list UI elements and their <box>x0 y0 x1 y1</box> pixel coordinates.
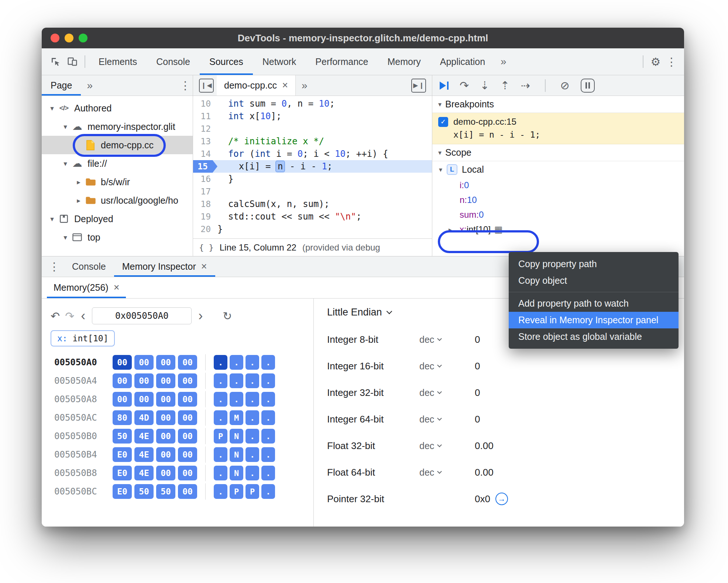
memory-ascii-char[interactable]: P <box>230 484 243 499</box>
sidebar-item-demo-cpp-cc[interactable]: demo-cpp.cc <box>42 136 193 154</box>
memory-ascii-char[interactable]: . <box>245 447 259 462</box>
memory-ascii-char[interactable]: P <box>245 484 259 499</box>
memory-byte[interactable]: 4D <box>134 410 154 425</box>
memory-ascii-char[interactable]: . <box>214 392 227 407</box>
memory-byte[interactable]: 00 <box>178 429 197 444</box>
editor-tab-demo-cpp[interactable]: demo-cpp.cc × <box>217 75 296 96</box>
menu-item-reveal-in-memory-inspector-panel[interactable]: Reveal in Memory Inspector panel <box>509 312 679 328</box>
close-icon[interactable]: × <box>201 262 207 272</box>
memory-byte[interactable]: 4E <box>134 447 154 462</box>
line-number[interactable]: 17 <box>193 185 217 198</box>
memory-byte[interactable]: 00 <box>113 373 132 388</box>
memory-ascii-char[interactable]: . <box>261 466 275 480</box>
memory-ascii-char[interactable]: . <box>261 447 275 462</box>
memory-ascii-char[interactable]: . <box>261 484 275 499</box>
line-number[interactable]: 16 <box>193 173 217 185</box>
step-over-icon[interactable]: ↷ <box>460 79 469 92</box>
editor-more-tabs-icon[interactable]: » <box>296 80 313 92</box>
memory-byte[interactable]: 00 <box>178 484 197 499</box>
line-number[interactable]: 20 <box>193 223 217 235</box>
sidebar-item-usr-local-google-ho[interactable]: ▸usr/local/google/ho <box>42 191 193 210</box>
memory-ascii-char[interactable]: N <box>230 447 243 462</box>
scope-variable-x[interactable]: ▸x: int[10]▦ <box>432 222 684 237</box>
settings-gear-icon[interactable]: ⚙ <box>647 53 664 70</box>
menu-item-add-property-path-to-watch[interactable]: Add property path to watch <box>509 295 679 312</box>
step-icon[interactable]: ⇢ <box>521 79 530 92</box>
zoom-window-button[interactable] <box>79 34 87 42</box>
sidebar-item-b-s-w-ir[interactable]: ▸b/s/w/ir <box>42 173 193 191</box>
expand-arrow-icon[interactable]: ▸ <box>449 226 460 234</box>
memory-ascii-char[interactable]: . <box>230 392 243 407</box>
memory-byte[interactable]: 00 <box>134 355 154 370</box>
memory-ascii-char[interactable]: . <box>214 410 227 425</box>
memory-byte[interactable]: 00 <box>113 392 132 407</box>
customize-devtools-icon[interactable]: ⋮ <box>664 55 679 68</box>
window-titlebar[interactable]: DevTools - memory-inspector.glitch.me/de… <box>42 28 684 48</box>
memory-ascii-char[interactable]: . <box>261 373 275 388</box>
memory-byte[interactable]: 00 <box>113 355 132 370</box>
line-number[interactable]: 10 <box>193 97 217 110</box>
toolbar-tab-console[interactable]: Console <box>147 48 200 75</box>
memory-ascii-char[interactable]: . <box>230 355 243 370</box>
toolbar-tab-performance[interactable]: Performance <box>306 48 378 75</box>
chevron-right-icon[interactable]: ▸ <box>73 196 84 205</box>
memory-byte[interactable]: 00 <box>156 373 175 388</box>
breakpoints-section-header[interactable]: ▾ Breakpoints <box>432 96 684 113</box>
memory-ascii-char[interactable]: . <box>245 410 259 425</box>
memory-byte[interactable]: 00 <box>156 410 175 425</box>
memory-byte[interactable]: 4E <box>134 429 154 444</box>
memory-ascii-char[interactable]: . <box>261 355 275 370</box>
memory-byte[interactable]: 00 <box>178 355 197 370</box>
resume-script-icon[interactable] <box>440 82 449 90</box>
memory-byte[interactable]: 50 <box>113 429 132 444</box>
redo-icon[interactable]: ↷ <box>65 310 74 322</box>
line-number[interactable]: 12 <box>193 123 217 135</box>
tab-page[interactable]: Page <box>42 75 81 96</box>
memory-ascii-char[interactable]: . <box>245 466 259 480</box>
undo-icon[interactable]: ↶ <box>51 310 60 322</box>
sidebar-item-memory-inspector-glit[interactable]: ▾☁memory-inspector.glit <box>42 117 193 136</box>
navigator-more-tabs-icon[interactable]: » <box>81 80 99 92</box>
toolbar-tab-sources[interactable]: Sources <box>200 48 253 75</box>
chevron-down-icon[interactable]: ▾ <box>60 123 71 131</box>
variable-highlight-chip[interactable]: x: int[10] <box>51 330 115 346</box>
close-icon[interactable]: × <box>114 283 120 293</box>
breakpoint-entry[interactable]: ✓ demo-cpp.cc:15 x[i] = n - i - 1; <box>432 113 684 144</box>
memory-ascii-char[interactable]: . <box>261 392 275 407</box>
memory-ascii-char[interactable]: . <box>261 410 275 425</box>
refresh-icon[interactable]: ↻ <box>223 310 232 322</box>
chevron-down-icon[interactable]: ▾ <box>47 104 57 113</box>
memory-ascii-char[interactable]: . <box>245 373 259 388</box>
memory-ascii-char[interactable]: . <box>214 373 227 388</box>
close-icon[interactable]: × <box>282 80 288 90</box>
scope-variable-n[interactable]: n: 10 <box>432 193 684 207</box>
memory-byte[interactable]: 50 <box>156 484 175 499</box>
memory-byte[interactable]: 00 <box>178 410 197 425</box>
memory-ascii-char[interactable]: . <box>245 429 259 444</box>
step-out-icon[interactable]: ⇡ <box>500 79 509 92</box>
line-number[interactable]: 14 <box>193 148 217 160</box>
memory-byte[interactable]: 00 <box>178 466 197 480</box>
step-into-icon[interactable]: ⇣ <box>480 79 489 92</box>
scope-local-row[interactable]: ▾ L Local <box>432 161 684 178</box>
inspect-element-icon[interactable] <box>47 53 64 70</box>
line-number[interactable]: 19 <box>193 210 217 223</box>
memory-ascii-char[interactable]: . <box>214 447 227 462</box>
memory-ascii-char[interactable]: . <box>214 355 227 370</box>
navigator-menu-icon[interactable]: ⋮ <box>178 79 193 92</box>
memory-byte[interactable]: E0 <box>113 447 132 462</box>
memory-byte[interactable]: 00 <box>134 373 154 388</box>
next-page-icon[interactable]: › <box>197 308 204 324</box>
execution-line-marker[interactable]: 15 <box>193 160 217 173</box>
memory-byte[interactable]: 4E <box>134 466 154 480</box>
memory-ascii-char[interactable]: . <box>245 392 259 407</box>
chevron-down-icon[interactable]: ▾ <box>47 215 57 223</box>
close-window-button[interactable] <box>51 34 59 42</box>
memory-byte[interactable]: 00 <box>156 429 175 444</box>
pause-on-exceptions-icon[interactable] <box>581 79 595 93</box>
more-panels-icon[interactable]: » <box>495 56 512 68</box>
minimize-window-button[interactable] <box>65 34 73 42</box>
drawer-menu-icon[interactable]: ⋮ <box>47 260 62 273</box>
memory-byte[interactable]: 00 <box>178 447 197 462</box>
memory-ascii-char[interactable]: M <box>230 410 243 425</box>
